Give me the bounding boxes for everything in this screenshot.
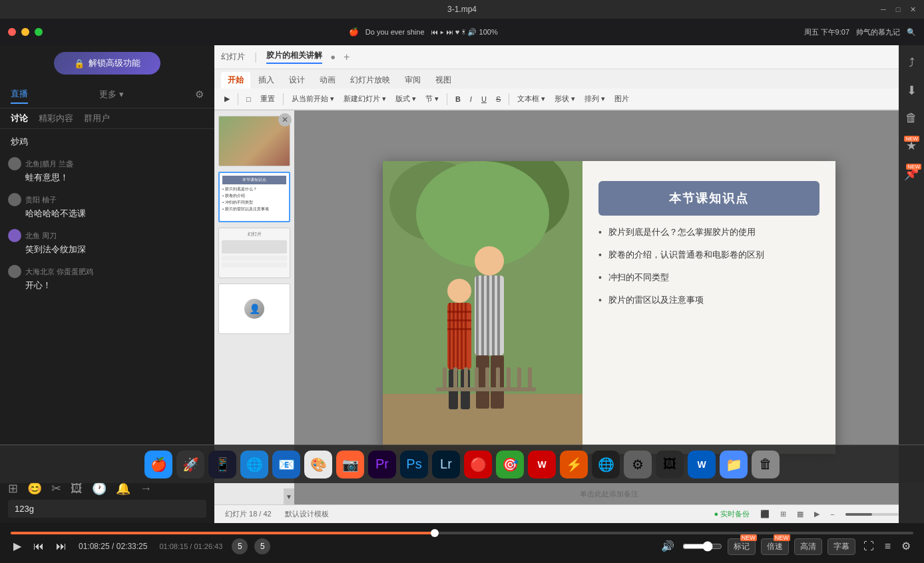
volume-icon[interactable]: 🔊 [658,540,677,553]
dock-premiere[interactable]: Pr [368,451,396,478]
unlock-premium-button[interactable]: 🔒 解锁高级功能 [54,52,160,75]
delete-icon[interactable]: 🗑 [905,111,917,125]
slide-thumbnail-4[interactable]: 👤 [218,283,290,334]
image-icon[interactable]: 🖼 [71,482,83,496]
ribbon-tab-animation[interactable]: 动画 [313,72,342,89]
dock-browser[interactable]: 🌐 [592,451,620,478]
download-icon[interactable]: ⬇ [907,83,917,98]
dock-wps[interactable]: W [528,451,556,478]
maximize-button[interactable]: □ [893,5,903,14]
dock-app-colorful[interactable]: 🎯 [496,451,524,478]
grid-icon[interactable]: ⊞ [8,481,18,496]
tab-live[interactable]: 直播 [11,85,28,104]
progress-thumb[interactable] [431,529,439,537]
share-icon[interactable]: ⤴ [909,56,915,70]
toolbar-arrange[interactable]: 排列 ▾ [581,93,608,105]
ribbon-tab-start[interactable]: 开始 [221,72,250,89]
chat-input[interactable] [8,500,206,518]
toolbar-image[interactable]: 图片 [611,93,632,105]
settings-button[interactable]: ⚙ [899,540,913,553]
toolbar-layout-btn[interactable]: □ [243,94,254,104]
slide-thumbnail-2[interactable]: 本节课知识点 • 胶片到底是什么？ • 胶卷的介绍 • 冲扫的不同类型 • 胶片… [218,172,290,222]
prev-button[interactable]: ⏮ [31,540,47,553]
view-icon-grid[interactable]: ⊞ [780,510,786,518]
tab-discussion[interactable]: 讨论 [11,112,28,124]
volume-slider[interactable] [682,541,722,552]
panel-scroll-down[interactable]: ▼ [284,488,294,504]
dock-trash[interactable]: 🗑 [752,451,780,478]
dock-appstore[interactable]: 📱 [208,451,236,478]
dock-finder[interactable]: 🍎 [144,451,172,478]
mac-min-dot[interactable] [21,28,29,36]
ppt-tab-slides[interactable]: 幻灯片 [221,51,245,63]
toolbar-underline[interactable]: U [478,94,490,104]
ppt-add-tab[interactable]: + [344,51,349,63]
dock-wps2[interactable]: W [688,451,716,478]
dock-safari[interactable]: 🌐 [240,451,268,478]
bell-icon[interactable]: 🔔 [116,481,130,496]
mac-close-dot[interactable] [8,28,16,36]
panel-close-button[interactable]: ✕ [278,113,292,126]
toolbar-reset-btn[interactable]: 重置 [257,93,278,105]
toolbar-section[interactable]: 节 ▾ [422,93,442,105]
toolbar-new-slide[interactable]: 新建幻灯片 ▾ [340,93,389,105]
skip-back-button[interactable]: 5 [232,538,248,554]
scissors-icon[interactable]: ✂ [51,481,61,496]
clock-icon[interactable]: 🕐 [92,481,107,496]
quality-button[interactable]: 高清 [794,538,822,555]
arrow-icon[interactable]: → [140,482,152,496]
toolbar-strikethrough[interactable]: S [493,94,504,104]
fullscreen-button[interactable]: ⛶ [861,540,877,553]
toolbar-textbox[interactable]: 文本框 ▾ [514,93,549,105]
ribbon-tab-insert[interactable]: 插入 [252,72,281,89]
dock-launchpad[interactable]: 🚀 [176,451,204,478]
mac-max-dot[interactable] [35,28,43,36]
dock-lightroom[interactable]: Lr [432,451,460,478]
tab-group-users[interactable]: 群用户 [84,112,110,124]
slide-thumbnail-3[interactable]: 幻灯片 [218,228,290,278]
settings-icon[interactable]: ⚙ [195,89,204,100]
playlist-button[interactable]: ≡ [882,540,893,553]
mac-search-icon[interactable]: 🔍 [907,28,916,37]
ribbon-tab-view[interactable]: 视图 [429,72,458,89]
minimize-button[interactable]: ─ [879,5,888,14]
tab-more[interactable]: 更多 ▾ [99,86,124,103]
dock-app-gray[interactable]: ⚙ [624,451,652,478]
slide-bullet-2: • 胶卷的介绍，认识普通卷和电影卷的区别 [598,249,819,261]
ribbon-tab-slideshow[interactable]: 幻灯片放映 [344,72,397,89]
svg-rect-23 [447,328,471,330]
next-button[interactable]: ⏭ [53,540,69,553]
view-icon-normal[interactable]: ⬛ [760,510,770,518]
tab-highlights[interactable]: 精彩内容 [39,112,73,124]
toolbar-italic[interactable]: I [467,94,475,104]
toolbar-play-btn[interactable]: ▶ [221,93,233,104]
dock-photoshop[interactable]: Ps [400,451,428,478]
emoji-icon[interactable]: 😊 [27,481,42,496]
dock-email[interactable]: 📧 [272,451,300,478]
play-icon[interactable]: ▶ [814,510,819,518]
toolbar-layout[interactable]: 版式 ▾ [392,93,419,105]
ribbon-tab-design[interactable]: 设计 [282,72,312,89]
skip-fwd-button[interactable]: 5 [254,538,270,554]
dock-app-red[interactable]: 🔴 [464,451,492,478]
zoom-slider[interactable] [845,513,899,516]
progress-bar[interactable] [11,532,913,534]
dock-photos[interactable]: 🎨 [304,451,332,478]
dock-camera[interactable]: 📷 [336,451,364,478]
subtitle-button[interactable]: 字幕 [827,538,855,555]
zoom-minus[interactable]: − [830,510,834,518]
slide-count: 幻灯片 18 / 42 [225,509,272,519]
ppt-tab-lesson[interactable]: 胶片的相关讲解 [266,50,322,64]
dock-app-orange[interactable]: ⚡ [560,451,588,478]
close-button[interactable]: ✕ [908,5,917,14]
toolbar-from-current[interactable]: 从当前开始 ▾ [288,93,338,105]
dock-gallery[interactable]: 🖼 [656,451,684,478]
ribbon-tab-review[interactable]: 审阅 [398,72,427,89]
play-pause-button[interactable]: ▶ [11,540,24,553]
toolbar-shapes[interactable]: 形状 ▾ [551,93,578,105]
toolbar-bold[interactable]: B [452,94,464,104]
dock-finder2[interactable]: 📁 [720,451,748,478]
svg-point-14 [447,279,471,303]
view-icon-table[interactable]: ▦ [797,510,804,518]
slide-note: 单击此处添加备注 [294,489,924,499]
